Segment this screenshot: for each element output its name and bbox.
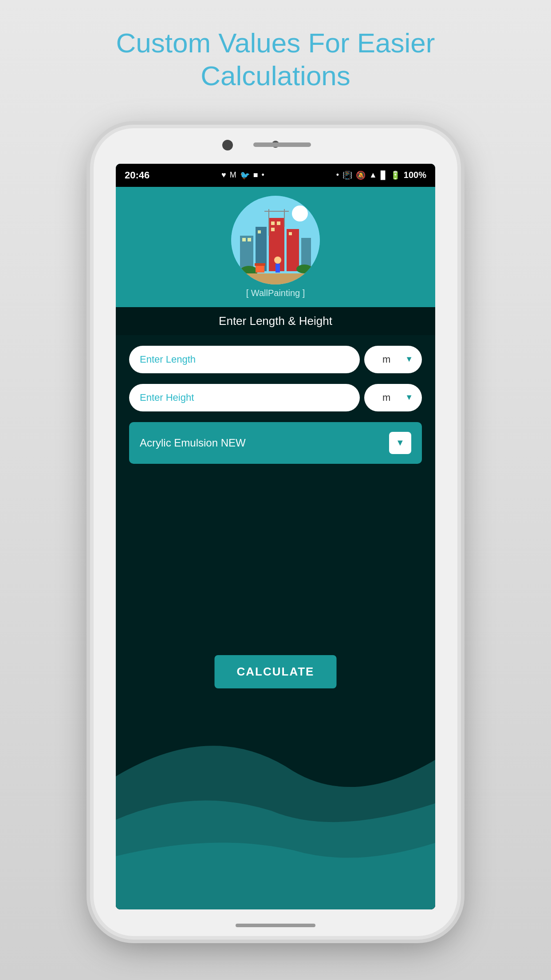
curves-area: CALCULATE [116,633,435,909]
signal-icons: • 📳 🔕 ▲ ▊ 🔋 100% [336,170,426,180]
svg-rect-8 [248,238,251,241]
svg-rect-12 [271,228,275,231]
page-title: Custom Values For Easier Calculations [76,27,475,93]
app-content: m ▼ m ▼ Acrylic Emulsion NEW ▼ [116,335,435,633]
svg-rect-9 [258,230,261,233]
paint-dropdown-arrow-icon: ▼ [389,432,411,454]
svg-rect-19 [231,273,320,285]
status-icons: ♥ M 🐦 ■ • [221,170,264,180]
length-unit-label: m [373,354,400,365]
app-header: [ WallPainting ] [116,187,435,307]
length-input-row: m ▼ [129,346,422,373]
phone-front-camera [222,140,233,150]
svg-point-1 [292,205,308,221]
svg-point-22 [274,257,281,264]
signal-icon: ▊ [381,170,387,180]
svg-rect-5 [287,229,299,271]
height-dropdown-arrow: ▼ [405,393,413,402]
twitter-icon: 🐦 [240,170,250,180]
paint-type-label: Acrylic Emulsion NEW [140,437,246,449]
illustration-circle [231,196,320,285]
wifi-icon: ▲ [369,170,377,180]
svg-point-18 [296,265,312,273]
height-unit-dropdown[interactable]: m ▼ [364,384,422,411]
whatsapp-icon: ♥ [221,170,226,180]
phone-screen: 20:46 ♥ M 🐦 ■ • • 📳 🔕 ▲ ▊ 🔋 100% [116,164,435,909]
svg-rect-13 [289,232,292,235]
dot-icon: • [262,170,264,180]
instagram-icon: ■ [253,170,258,180]
title-line2: Calculations [201,60,350,91]
title-line1: Custom Values For Easier [116,28,435,58]
svg-rect-7 [242,238,246,241]
length-unit-dropdown[interactable]: m ▼ [364,346,422,373]
status-time: 20:46 [125,170,150,181]
calculate-button[interactable]: CALCULATE [215,655,337,688]
svg-rect-2 [240,236,253,271]
illustration-svg [231,196,320,285]
status-bar: 20:46 ♥ M 🐦 ■ • • 📳 🔕 ▲ ▊ 🔋 100% [116,164,435,187]
phone-home-indicator [236,924,315,927]
battery-percent: 100% [404,170,426,180]
length-input[interactable] [129,346,360,373]
gmail-icon: M [230,170,236,180]
length-dropdown-arrow: ▼ [405,355,413,364]
paint-type-dropdown[interactable]: Acrylic Emulsion NEW ▼ [129,422,422,464]
mute-icon: 🔕 [356,170,366,180]
height-unit-label: m [373,392,400,403]
battery-icon: 🔋 [390,170,400,180]
app-label: [ WallPainting ] [246,288,305,298]
section-label: Enter Length & Height [116,307,435,335]
phone-top [94,128,457,164]
svg-rect-21 [255,263,265,266]
svg-rect-23 [276,264,280,273]
height-input-row: m ▼ [129,384,422,411]
phone-frame: 20:46 ♥ M 🐦 ■ • • 📳 🔕 ▲ ▊ 🔋 100% [94,128,457,936]
phone-speaker [253,142,311,147]
svg-rect-10 [271,221,275,225]
vibrate-icon: 📳 [342,170,352,180]
svg-rect-11 [277,221,280,225]
dot2-icon: • [336,170,339,180]
height-input[interactable] [129,384,360,411]
